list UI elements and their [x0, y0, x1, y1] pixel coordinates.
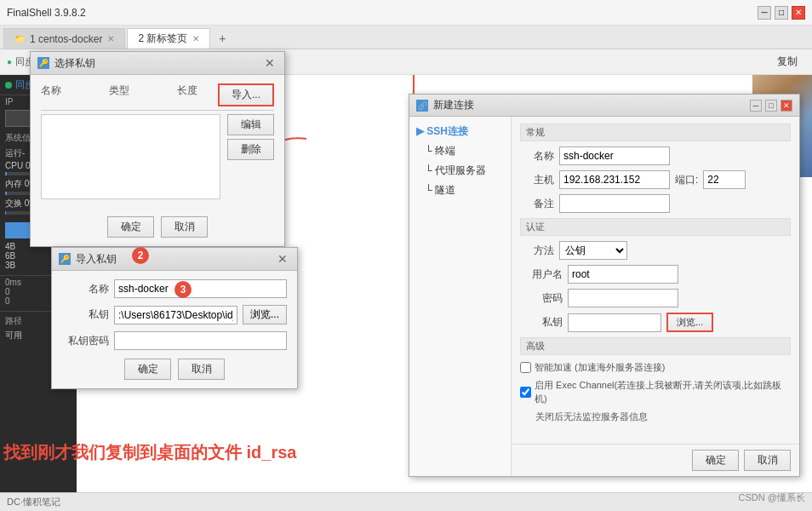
- conn-password-label: 密码: [520, 291, 563, 306]
- new-conn-minimize[interactable]: ─: [750, 100, 762, 112]
- bottom-annotation-text: 找到刚才我们复制到桌面的文件 id_rsa: [3, 443, 296, 462]
- copy-button[interactable]: 复制: [769, 52, 805, 72]
- tree-ssh[interactable]: ▶ SSH连接: [409, 122, 511, 141]
- conn-tree: ▶ SSH连接 └ 终端 └ 代理服务器 └ 隧道: [409, 117, 512, 476]
- conn-password-row: 密码: [520, 289, 791, 307]
- tree-bullet-terminal: └: [425, 145, 435, 157]
- maximize-button[interactable]: □: [775, 6, 788, 20]
- key-input[interactable]: [114, 306, 237, 324]
- conn-port-input[interactable]: [703, 170, 746, 189]
- conn-notes-label: 备注: [520, 197, 554, 211]
- new-conn-dialog-title: 🔗 新建连接 ─ □ ✕: [409, 95, 799, 117]
- adv-checkbox1[interactable]: [520, 362, 531, 373]
- key-table-area: [41, 114, 220, 199]
- tab-new-page[interactable]: 2 新标签页 ✕: [127, 28, 210, 49]
- conn-password-input[interactable]: [568, 289, 678, 307]
- conn-browse-button[interactable]: 浏览...: [666, 313, 713, 332]
- conn-username-label: 用户名: [520, 267, 563, 282]
- port-label: 端口:: [675, 173, 698, 187]
- conn-method-label: 方法: [520, 244, 554, 258]
- adv-checkbox1-row: 智能加速 (加速海外服务器连接): [520, 360, 791, 375]
- tab-centos-docker-close[interactable]: ✕: [107, 34, 114, 43]
- new-conn-body: ▶ SSH连接 └ 终端 └ 代理服务器 └ 隧道: [409, 117, 799, 476]
- tab-add-button[interactable]: +: [212, 28, 232, 49]
- conn-username-input[interactable]: [568, 265, 678, 284]
- select-key-close-button[interactable]: ✕: [262, 55, 277, 71]
- new-conn-footer: 确定 取消: [512, 444, 799, 476]
- key-browse-button[interactable]: 浏览...: [243, 305, 287, 324]
- new-conn-close[interactable]: ✕: [781, 100, 792, 112]
- conn-notes-input[interactable]: [559, 194, 670, 213]
- adv-text3-row: 关闭后无法监控服务器信息: [520, 410, 791, 424]
- tab-new-page-label: 2 新标签页: [138, 32, 187, 46]
- new-conn-ok-button[interactable]: 确定: [692, 450, 739, 471]
- tab-centos-docker[interactable]: 📁 1 centos-docker ✕: [3, 28, 125, 49]
- app-window: FinalShell 3.9.8.2 ─ □ ✕ 📁 1 centos-dock…: [0, 0, 812, 511]
- csdn-watermark: CSDN @懂系长: [739, 491, 805, 504]
- import-key-close-button[interactable]: ✕: [275, 251, 290, 267]
- conn-host-input[interactable]: [559, 170, 670, 189]
- tree-terminal[interactable]: └ 终端: [409, 141, 511, 161]
- password-input[interactable]: [114, 331, 287, 350]
- conn-host-label: 主机: [520, 173, 554, 187]
- status-text: DC·懂积笔记: [7, 496, 60, 508]
- tab-centos-docker-label: 1 centos-docker: [30, 33, 102, 45]
- import-key-cancel-button[interactable]: 取消: [178, 359, 225, 380]
- sync-dot: [5, 82, 12, 89]
- adv-checkbox1-label: 智能加速 (加速海外服务器连接): [535, 360, 665, 375]
- number-annotation-2: 2: [132, 247, 149, 264]
- tree-proxy[interactable]: └ 代理服务器: [409, 161, 511, 181]
- conn-privatekey-input[interactable]: [568, 313, 661, 332]
- new-conn-cancel-button[interactable]: 取消: [744, 450, 791, 471]
- close-button[interactable]: ✕: [792, 6, 805, 20]
- conn-username-row: 用户名: [520, 265, 791, 284]
- tree-bullet-tunnel: └: [425, 184, 435, 196]
- cpu-bar-fill: [5, 172, 7, 175]
- select-key-cancel-button[interactable]: 取消: [161, 216, 208, 238]
- import-key-dialog: 🔑 导入私钥 ✕ 名称 私钥 浏览... 私钥密码 确定 取消: [51, 247, 298, 389]
- mem-bar-fill: [5, 192, 7, 195]
- import-key-ok-button[interactable]: 确定: [124, 359, 171, 380]
- name-input[interactable]: [114, 279, 287, 298]
- delete-button[interactable]: 删除: [227, 139, 274, 160]
- conn-name-label: 名称: [520, 149, 554, 164]
- conn-name-input[interactable]: [559, 146, 670, 165]
- import-key-dialog-title: 🔑 导入私钥 ✕: [52, 248, 297, 271]
- window-controls: ─ □ ✕: [758, 6, 805, 20]
- key-row: 私钥 浏览...: [62, 305, 287, 324]
- conn-right: 常规 名称 主机 端口: 备注: [512, 117, 799, 444]
- tab-bar: 📁 1 centos-docker ✕ 2 新标签页 ✕ +: [0, 26, 812, 49]
- adv-checkbox2-label: 启用 Exec Channel(若连接上我被断开,请关闭该项,比如跳板机): [535, 378, 791, 406]
- key-label: 私钥: [62, 307, 109, 322]
- select-key-footer: 确定 取消: [41, 216, 274, 238]
- new-conn-title-label: 新建连接: [433, 98, 474, 112]
- select-key-ok-button[interactable]: 确定: [107, 216, 154, 238]
- right-buttons: 导入...: [218, 83, 274, 106]
- edit-button[interactable]: 编辑: [227, 114, 274, 135]
- minimize-button[interactable]: ─: [758, 6, 771, 20]
- sys-run-label: 运行-: [5, 147, 25, 159]
- conn-notes-row: 备注: [520, 194, 791, 213]
- conn-host-row: 主机 端口:: [520, 170, 791, 189]
- number-annotation-3: 3: [174, 281, 192, 298]
- title-bar: FinalShell 3.9.8.2 ─ □ ✕: [0, 0, 812, 26]
- dialog-icon: 🔑: [37, 57, 49, 69]
- adv-checkbox2[interactable]: [520, 387, 531, 398]
- tree-bullet-proxy: └: [425, 164, 435, 176]
- advanced-section-header: 高级: [520, 337, 791, 355]
- tree-ssh-icon: ▶: [416, 125, 426, 137]
- conn-method-row: 方法 公钥 密码: [520, 241, 791, 260]
- conn-method-select[interactable]: 公钥 密码: [559, 241, 627, 260]
- select-key-dialog-body: 名称 类型 长度 导入... 编辑 删除 确定 取消: [31, 75, 284, 246]
- col-type: 类型: [109, 83, 177, 106]
- auth-section-header: 认证: [520, 218, 791, 236]
- import-button[interactable]: 导入...: [218, 83, 274, 106]
- import-key-title-label: 导入私钥: [76, 252, 117, 267]
- new-conn-maximize[interactable]: □: [765, 100, 777, 112]
- adv-text3: 关闭后无法监控服务器信息: [535, 411, 648, 422]
- tree-tunnel[interactable]: └ 隧道: [409, 181, 511, 200]
- name-label: 名称: [62, 282, 109, 296]
- table-header: 名称 类型 长度 导入...: [41, 83, 274, 111]
- app-title: FinalShell 3.9.8.2: [7, 7, 86, 19]
- tab-new-page-close[interactable]: ✕: [192, 34, 199, 43]
